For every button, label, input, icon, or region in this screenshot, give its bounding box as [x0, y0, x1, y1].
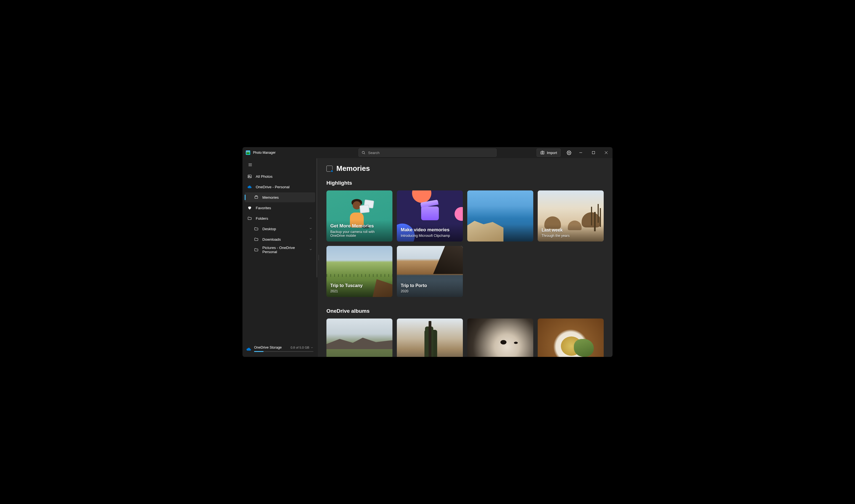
maximize-button[interactable]	[587, 147, 600, 158]
app-window: Photo Manager Import	[243, 147, 612, 357]
card-title: Get More Memories	[330, 223, 388, 229]
storage-progress	[254, 351, 313, 352]
svg-point-4	[568, 152, 570, 153]
page-header: Memories	[327, 164, 604, 173]
svg-rect-2	[541, 151, 544, 154]
cloud-icon	[247, 185, 252, 189]
svg-rect-12	[248, 175, 251, 178]
svg-point-3	[542, 152, 543, 154]
card-subtitle: Introducing Microsoft Clipchamp	[401, 234, 459, 238]
storage-usage-text: 0.8 of 5.0 GB	[291, 346, 309, 349]
sidebar-item-folders[interactable]: Folders	[245, 213, 315, 223]
storage-label: OneDrive Storage	[254, 346, 282, 349]
sidebar-item-label: OneDrive - Personal	[256, 185, 290, 189]
app-body: All Photos OneDrive - Personal Memories …	[243, 158, 612, 357]
split-handle[interactable]	[318, 253, 320, 263]
cloud-icon	[246, 347, 251, 351]
sidebar-item-pictures-onedrive[interactable]: Pictures - OneDrive Personal	[245, 245, 315, 255]
search-bar[interactable]	[359, 148, 496, 157]
storage-main: OneDrive Storage 0.8 of 5.0 GB	[254, 346, 313, 352]
search-input[interactable]	[368, 151, 493, 155]
import-icon	[540, 150, 545, 155]
sidebar-item-onedrive[interactable]: OneDrive - Personal	[245, 182, 315, 192]
titlebar-left: Photo Manager	[246, 150, 276, 155]
highlight-card-porto[interactable]: Trip to Porto 2020	[397, 246, 463, 297]
album-card-camping[interactable]: Camping in Connemara	[327, 319, 392, 357]
svg-point-0	[362, 151, 364, 154]
highlight-card-clipchamp[interactable]: Make video memories Introducing Microsof…	[397, 191, 463, 241]
image-icon	[247, 174, 252, 179]
chevron-down-icon	[309, 227, 312, 231]
highlight-card-get-more[interactable]: Get More Memories Backup your camera rol…	[327, 191, 392, 241]
card-subtitle: Through the years	[542, 234, 600, 238]
import-button[interactable]: Import	[537, 148, 561, 157]
chevron-up-icon	[309, 216, 312, 220]
album-card-cycling[interactable]: Cycling Trips	[397, 319, 463, 357]
main-content[interactable]: Memories Highlights Get More Memories Ba…	[318, 158, 612, 357]
svg-rect-16	[319, 255, 319, 260]
highlights-grid: Get More Memories Backup your camera rol…	[327, 191, 604, 297]
minimize-button[interactable]	[574, 147, 587, 158]
app-title: Photo Manager	[253, 151, 276, 155]
card-title: Trip to Tuscany	[330, 283, 388, 288]
grip-icon	[318, 255, 319, 260]
albums-grid: Camping in Connemara Cycling Trips Pets …	[327, 319, 604, 357]
maximize-icon	[592, 151, 595, 154]
chevron-down-icon	[309, 248, 312, 252]
close-icon	[605, 151, 608, 154]
page-title: Memories	[336, 164, 370, 173]
album-card-pets[interactable]: Pets	[467, 319, 533, 357]
titlebar: Photo Manager Import	[243, 147, 612, 158]
highlight-card-tuscany[interactable]: Trip to Tuscany 2021	[327, 246, 392, 297]
minimize-icon	[579, 151, 582, 154]
svg-line-1	[364, 154, 365, 154]
search-icon	[362, 151, 365, 155]
sidebar-list: All Photos OneDrive - Personal Memories …	[244, 172, 316, 255]
highlights-heading: Highlights	[327, 180, 604, 186]
sidebar-item-label: All Photos	[256, 175, 273, 179]
svg-rect-14	[255, 196, 258, 198]
sidebar-item-favorites[interactable]: Favorites	[245, 203, 315, 213]
sidebar-item-label: Memories	[262, 195, 279, 200]
app-icon	[246, 150, 250, 155]
storage-usage: 0.8 of 5.0 GB	[291, 346, 313, 349]
chevron-down-icon	[310, 346, 313, 349]
heart-icon	[247, 205, 252, 210]
sidebar: All Photos OneDrive - Personal Memories …	[243, 158, 318, 357]
memories-header-icon	[327, 166, 332, 172]
storage-panel[interactable]: OneDrive Storage 0.8 of 5.0 GB	[244, 343, 316, 355]
svg-rect-6	[592, 151, 595, 154]
card-subtitle: Backup your camera roll with OneDrive mo…	[330, 230, 388, 238]
memories-icon	[254, 195, 259, 200]
sidebar-item-label: Folders	[256, 216, 268, 220]
highlight-card-last-week[interactable]: Last week Through the years	[538, 191, 604, 241]
albums-heading: OneDrive albums	[327, 308, 604, 314]
clipchamp-icon	[421, 206, 439, 220]
folder-icon	[254, 248, 259, 252]
folder-icon	[254, 237, 259, 241]
settings-button[interactable]	[563, 147, 574, 158]
sidebar-item-label: Downloads	[262, 237, 281, 241]
card-subtitle: 2020	[401, 289, 459, 293]
album-card-food[interactable]: Food Pics	[538, 319, 604, 357]
card-title: Make video memories	[401, 227, 459, 233]
card-subtitle: October 12	[471, 234, 529, 238]
card-title: Trip to Porto	[401, 283, 459, 288]
gear-icon	[567, 150, 571, 155]
highlight-card-on-this-day[interactable]: On this day October 12	[467, 191, 533, 241]
sidebar-item-label: Pictures - OneDrive Personal	[262, 246, 305, 254]
chevron-down-icon	[309, 237, 312, 241]
card-title: Last week	[542, 228, 600, 233]
hamburger-button[interactable]	[245, 160, 256, 170]
sidebar-item-all-photos[interactable]: All Photos	[245, 172, 315, 181]
card-subtitle: 2021	[330, 289, 388, 293]
folder-icon	[247, 216, 252, 220]
sidebar-item-memories[interactable]: Memories	[245, 192, 315, 202]
sidebar-item-downloads[interactable]: Downloads	[245, 234, 315, 244]
hamburger-icon	[248, 163, 252, 167]
sidebar-item-label: Favorites	[256, 206, 271, 210]
close-button[interactable]	[600, 147, 612, 158]
sidebar-scroll-indicator	[316, 158, 317, 277]
sidebar-item-desktop[interactable]: Desktop	[245, 224, 315, 234]
card-title: On this day	[471, 228, 529, 233]
